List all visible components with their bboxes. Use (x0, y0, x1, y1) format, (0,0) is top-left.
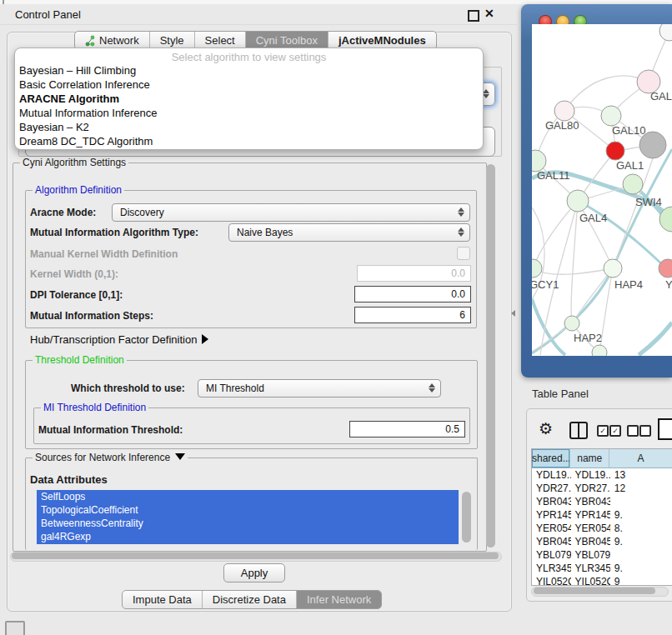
network-node[interactable] (592, 345, 607, 356)
algorithm-option-mutual-information-inference[interactable]: Mutual Information Inference (15, 106, 483, 120)
apply-button[interactable]: Apply (223, 563, 285, 582)
table-row[interactable]: YIL052CYIL052C9 (532, 575, 672, 586)
table-cell: YDR27... (532, 482, 571, 495)
tab-label: Infer Network (307, 593, 371, 606)
network-icon (85, 35, 96, 47)
aracne-mode-value: Discovery (120, 207, 164, 218)
table-row[interactable]: YBL079WYBL079W (532, 548, 672, 562)
settings-vertical-scrollbar[interactable] (486, 164, 495, 548)
minimized-panel-icon[interactable] (5, 621, 25, 635)
table-cell: YIL052C (532, 575, 571, 586)
table-row[interactable]: YBR045CYBR045C9. (532, 535, 672, 548)
table-row[interactable]: YBR043CYBR043C (532, 495, 672, 508)
tab-discretize-data[interactable]: Discretize Data (203, 591, 297, 608)
settings-hscroll-thumb[interactable] (12, 552, 499, 559)
algorithm-option-bayesian-hill-climbing[interactable]: Bayesian – Hill Climbing (15, 63, 483, 78)
table-row[interactable]: YER054CYER054C8. (532, 522, 672, 535)
column-header-shared-[interactable]: shared... (532, 449, 570, 468)
network-edge[interactable] (572, 268, 613, 323)
network-canvas[interactable]: GALGAL80GAL10GAL1GAL11SWI4GAL4GCY1HAP4YH… (532, 24, 672, 356)
attribute-item-selfloops[interactable]: SelfLoops (37, 490, 459, 503)
table-cell: YBR043C (571, 495, 610, 508)
network-node-gal10[interactable] (601, 106, 621, 126)
algorithm-option-dream8-dc-tdc-algorithm[interactable]: Dream8 DC_TDC Algorithm (15, 134, 483, 148)
deselect-all-checkbox-icon[interactable] (639, 425, 651, 437)
table-row[interactable]: YPR145WYPR145W9. (532, 508, 672, 522)
network-node-gcy1[interactable] (532, 259, 542, 278)
algorithm-option-basic-correlation-inference[interactable]: Basic Correlation Inference (15, 78, 483, 92)
close-panel-icon[interactable]: ✕ (484, 7, 494, 20)
table-row[interactable]: YDL19...YDL19...13 (532, 468, 672, 482)
network-edge[interactable] (533, 201, 578, 268)
table-cell: YPR145W (532, 508, 571, 522)
table-cell: YDL19... (532, 468, 571, 482)
network-node[interactable] (639, 132, 666, 158)
select-all-checkbox-icon[interactable]: ✓ (597, 425, 609, 437)
mi-steps-label: Mutual Information Steps: (30, 310, 153, 322)
aracne-mode-combobox[interactable]: Discovery (112, 203, 470, 222)
tab-cyni-toolbox[interactable]: Cyni Toolbox (246, 32, 328, 49)
mi-threshold-label: Mutual Information Threshold: (38, 424, 183, 436)
table-hscroll-thumb[interactable] (534, 588, 655, 594)
dpi-tolerance-field[interactable] (354, 286, 471, 302)
column-header-a[interactable]: A (609, 449, 672, 468)
algorithm-option-bayesian-k2[interactable]: Bayesian – K2 (15, 120, 483, 134)
network-node-gal4[interactable] (567, 190, 589, 212)
combo-stepper-icon (458, 227, 465, 238)
attribute-item-gal4rgexp[interactable]: gal4RGexp (37, 530, 459, 543)
data-attributes-label: Data Attributes (30, 473, 108, 486)
table-row[interactable]: YLR345WYLR345W9. (532, 562, 672, 575)
manual-kernel-checkbox[interactable] (457, 247, 470, 260)
network-edge[interactable] (564, 76, 649, 111)
mi-type-value: Naive Bayes (237, 227, 293, 238)
network-node-hap2[interactable] (564, 316, 579, 331)
gear-icon[interactable]: ⚙ (539, 419, 553, 438)
which-threshold-combobox[interactable]: MI Threshold (198, 379, 441, 398)
data-attributes-list[interactable]: SelfLoopsTopologicalCoefficientBetweenne… (37, 490, 459, 544)
table-header-row: shared...nameA (532, 449, 672, 468)
tab-impute-data[interactable]: Impute Data (123, 591, 203, 608)
network-edge[interactable] (639, 322, 672, 355)
splitter-collapse-arrow[interactable] (511, 310, 515, 317)
network-node-gal1[interactable] (606, 142, 624, 160)
tab-label: Style (160, 34, 184, 47)
tab-infer-network[interactable]: Infer Network (297, 591, 381, 608)
table-cell: YIL052C (571, 575, 610, 586)
network-edge[interactable] (532, 299, 565, 355)
network-node[interactable] (659, 24, 672, 41)
network-edge[interactable] (571, 201, 578, 323)
deselect-all-checkbox-icon[interactable] (627, 425, 639, 437)
attributes-scrollbar[interactable] (462, 492, 471, 542)
algorithm-definition-title: Algorithm Definition (33, 184, 124, 196)
table-cell: YPR145W (571, 508, 610, 522)
table-row[interactable]: YDR27...YDR27...12 (532, 482, 672, 495)
algorithm-popup-hint: Select algorithm to view settings (15, 51, 483, 63)
node-label: GCY1 (532, 278, 559, 291)
tab-network[interactable]: Network (75, 32, 150, 49)
tab-select[interactable]: Select (195, 32, 246, 49)
combo-stepper-icon (483, 88, 490, 99)
mi-threshold-field[interactable] (349, 421, 465, 438)
network-node-hap4[interactable] (604, 259, 622, 278)
column-header-name[interactable]: name (570, 449, 609, 468)
hub-definition-toggle[interactable]: Hub/Transcription Factor Definition (30, 333, 208, 346)
mi-steps-field[interactable] (354, 307, 471, 323)
column-layout-icon[interactable] (569, 422, 588, 439)
select-all-checkbox-icon[interactable]: ✓ (609, 425, 621, 437)
float-panel-icon[interactable] (468, 10, 479, 22)
attribute-item-topologicalcoefficient[interactable]: TopologicalCoefficient (37, 503, 459, 517)
table-cell: 9 (610, 575, 672, 586)
file-icon[interactable] (658, 418, 672, 440)
attribute-item-betweennesscentrality[interactable]: BetweennessCentrality (37, 517, 459, 530)
mi-type-combobox[interactable]: Naive Bayes (228, 223, 470, 242)
table-cell: 12 (610, 482, 672, 495)
sources-toggle[interactable]: Sources for Network Inference (33, 452, 188, 463)
tab-style[interactable]: Style (150, 32, 195, 49)
network-node-swi4[interactable] (623, 174, 643, 194)
algorithm-option-aracne-algorithm[interactable]: ARACNE Algorithm (15, 92, 483, 106)
kernel-width-field[interactable] (357, 265, 471, 282)
network-node-gal80[interactable] (554, 101, 574, 121)
table-cell: YLR345W (571, 562, 610, 575)
tab-jactivemnodules[interactable]: jActiveMNodules (328, 32, 436, 49)
mi-threshold-title: MI Threshold Definition (41, 402, 148, 413)
